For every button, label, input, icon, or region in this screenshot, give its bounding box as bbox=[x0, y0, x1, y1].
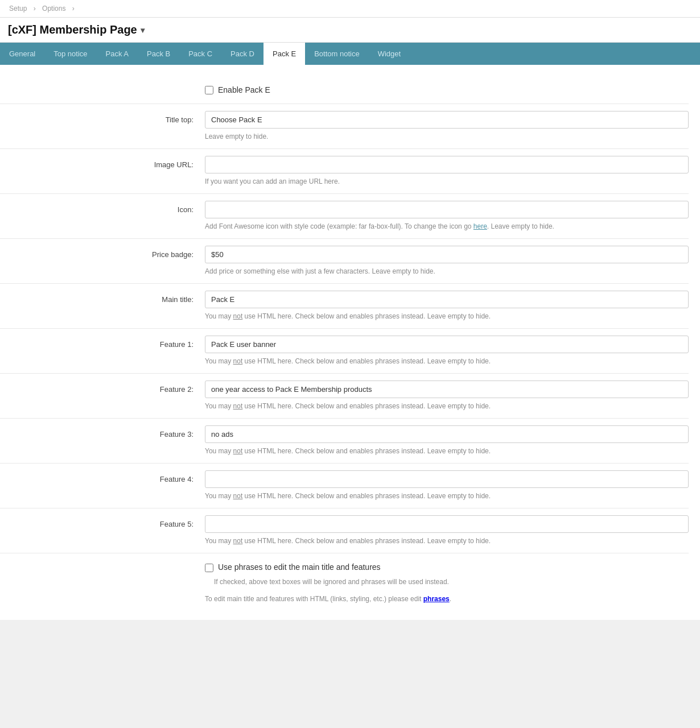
icon-input[interactable] bbox=[205, 201, 689, 218]
use-phrases-label[interactable]: Use phrases to edit the main title and f… bbox=[218, 562, 381, 572]
feature3-label: Feature 3: bbox=[0, 425, 205, 439]
price-badge-row: Price badge: Add price or something else… bbox=[0, 239, 689, 284]
feature4-hint: You may not use HTML here. Check below a… bbox=[205, 491, 689, 501]
price-badge-input[interactable] bbox=[205, 246, 689, 263]
icon-field: Add Font Awesome icon with style code (e… bbox=[205, 201, 689, 231]
nav-tab-pack-e[interactable]: Pack E bbox=[263, 43, 305, 65]
price-badge-field: Add price or something else with just a … bbox=[205, 246, 689, 276]
feature2-row: Feature 2: You may not use HTML here. Ch… bbox=[0, 374, 689, 419]
feature5-input[interactable] bbox=[205, 515, 689, 533]
feature1-label: Feature 1: bbox=[0, 336, 205, 349]
feature1-input[interactable] bbox=[205, 336, 689, 353]
breadcrumb-sep2: › bbox=[72, 5, 75, 13]
feature2-field: You may not use HTML here. Check below a… bbox=[205, 380, 689, 411]
content-area: Enable Pack E Title top: Leave empty to … bbox=[0, 65, 700, 620]
enable-pack-text: Enable Pack E bbox=[218, 85, 270, 94]
icon-label: Icon: bbox=[0, 201, 205, 214]
title-top-input[interactable] bbox=[205, 111, 689, 129]
nav-tab-widget[interactable]: Widget bbox=[369, 43, 410, 65]
title-top-label: Title top: bbox=[0, 111, 205, 124]
use-phrases-hint: If checked, above text boxes will be ign… bbox=[0, 574, 689, 589]
feature1-row: Feature 1: You may not use HTML here. Ch… bbox=[0, 329, 689, 374]
image-url-row: Image URL: If you want you can add an im… bbox=[0, 149, 689, 194]
feature3-row: Feature 3: You may not use HTML here. Ch… bbox=[0, 419, 689, 464]
bottom-note: To edit main title and features with HTM… bbox=[0, 589, 689, 609]
icon-hint-link[interactable]: here bbox=[473, 222, 487, 230]
form-container: Enable Pack E Title top: Leave empty to … bbox=[0, 65, 700, 620]
main-title-input[interactable] bbox=[205, 291, 689, 308]
nav-tab-pack-b[interactable]: Pack B bbox=[138, 43, 179, 65]
enable-pack-label[interactable]: Enable Pack E bbox=[205, 85, 270, 94]
icon-hint: Add Font Awesome icon with style code (e… bbox=[205, 221, 689, 231]
use-phrases-checkbox[interactable] bbox=[205, 564, 213, 572]
feature2-input[interactable] bbox=[205, 380, 689, 398]
feature2-label: Feature 2: bbox=[0, 380, 205, 394]
feature3-input[interactable] bbox=[205, 425, 689, 443]
page-title-dropdown-arrow[interactable]: ▾ bbox=[141, 26, 145, 35]
nav-tab-top-notice[interactable]: Top notice bbox=[44, 43, 96, 65]
image-url-input[interactable] bbox=[205, 156, 689, 173]
image-url-hint: If you want you can add an image URL her… bbox=[205, 176, 689, 187]
breadcrumb-sep1: › bbox=[34, 5, 38, 13]
feature4-row: Feature 4: You may not use HTML here. Ch… bbox=[0, 464, 689, 508]
bottom-note-suffix: . bbox=[450, 595, 451, 603]
feature1-hint: You may not use HTML here. Check below a… bbox=[205, 356, 689, 366]
nav-tabs: GeneralTop noticePack APack BPack CPack … bbox=[0, 43, 700, 65]
breadcrumb-setup: Setup bbox=[9, 5, 27, 13]
breadcrumb: Setup › Options › bbox=[0, 0, 700, 18]
feature5-hint: You may not use HTML here. Check below a… bbox=[205, 536, 689, 546]
enable-pack-row: Enable Pack E bbox=[0, 76, 689, 104]
page-title: [cXF] Membership Page ▾ bbox=[8, 23, 692, 36]
use-phrases-row: Use phrases to edit the main title and f… bbox=[0, 553, 689, 574]
feature5-label: Feature 5: bbox=[0, 515, 205, 528]
icon-hint-suffix: . Leave empty to hide. bbox=[487, 222, 554, 230]
title-top-field: Leave empty to hide. bbox=[205, 111, 689, 142]
nav-tab-bottom-notice[interactable]: Bottom notice bbox=[305, 43, 369, 65]
feature4-input[interactable] bbox=[205, 470, 689, 488]
feature3-field: You may not use HTML here. Check below a… bbox=[205, 425, 689, 456]
main-title-row: Main title: You may not use HTML here. C… bbox=[0, 284, 689, 329]
feature3-hint: You may not use HTML here. Check below a… bbox=[205, 446, 689, 456]
feature1-field: You may not use HTML here. Check below a… bbox=[205, 336, 689, 366]
feature4-field: You may not use HTML here. Check below a… bbox=[205, 470, 689, 501]
price-badge-label: Price badge: bbox=[0, 246, 205, 259]
feature5-field: You may not use HTML here. Check below a… bbox=[205, 515, 689, 546]
icon-row: Icon: Add Font Awesome icon with style c… bbox=[0, 194, 689, 239]
feature4-label: Feature 4: bbox=[0, 470, 205, 483]
nav-tab-general[interactable]: General bbox=[0, 43, 44, 65]
title-top-hint: Leave empty to hide. bbox=[205, 131, 689, 142]
nav-tab-pack-a[interactable]: Pack A bbox=[97, 43, 138, 65]
enable-pack-checkbox[interactable] bbox=[205, 86, 213, 94]
page-title-text: [cXF] Membership Page bbox=[8, 23, 137, 36]
price-badge-hint: Add price or something else with just a … bbox=[205, 266, 689, 276]
page-title-bar: [cXF] Membership Page ▾ bbox=[0, 18, 700, 43]
main-title-label: Main title: bbox=[0, 291, 205, 304]
feature5-row: Feature 5: You may not use HTML here. Ch… bbox=[0, 508, 689, 553]
breadcrumb-options: Options bbox=[42, 5, 65, 13]
main-title-field: You may not use HTML here. Check below a… bbox=[205, 291, 689, 321]
bottom-note-prefix: To edit main title and features with HTM… bbox=[205, 595, 423, 603]
nav-tab-pack-c[interactable]: Pack C bbox=[179, 43, 221, 65]
nav-tab-pack-d[interactable]: Pack D bbox=[221, 43, 263, 65]
bottom-note-phrases-link[interactable]: phrases bbox=[423, 595, 450, 603]
main-title-hint: You may not use HTML here. Check below a… bbox=[205, 311, 689, 321]
image-url-field: If you want you can add an image URL her… bbox=[205, 156, 689, 187]
icon-hint-prefix: Add Font Awesome icon with style code (e… bbox=[205, 222, 473, 230]
title-top-row: Title top: Leave empty to hide. bbox=[0, 104, 689, 149]
feature2-hint: You may not use HTML here. Check below a… bbox=[205, 401, 689, 411]
image-url-label: Image URL: bbox=[0, 156, 205, 169]
